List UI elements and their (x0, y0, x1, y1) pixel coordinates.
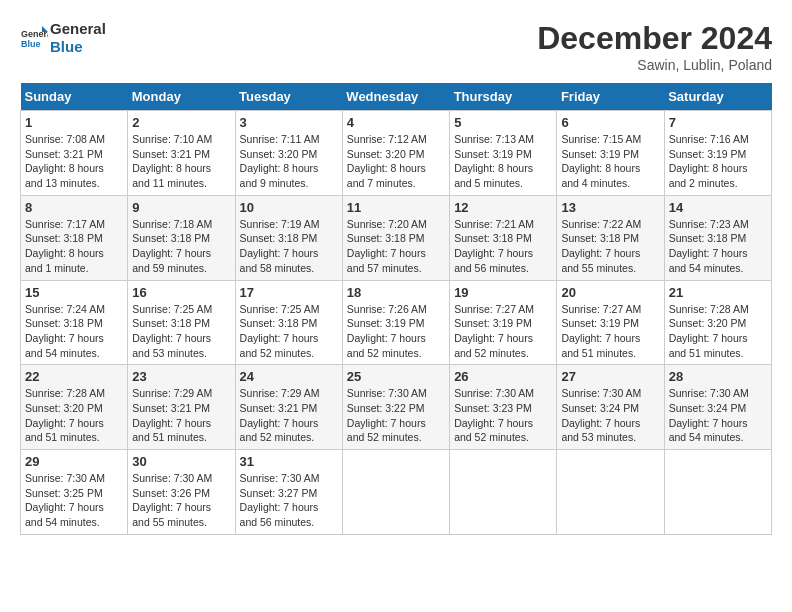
day-number: 28 (669, 369, 767, 384)
day-number: 13 (561, 200, 659, 215)
calendar-cell: 1 Sunrise: 7:08 AMSunset: 3:21 PMDayligh… (21, 111, 128, 196)
weekday-header: Monday (128, 83, 235, 111)
calendar-cell: 8 Sunrise: 7:17 AMSunset: 3:18 PMDayligh… (21, 195, 128, 280)
weekday-header: Thursday (450, 83, 557, 111)
day-number: 31 (240, 454, 338, 469)
calendar-cell: 18 Sunrise: 7:26 AMSunset: 3:19 PMDaylig… (342, 280, 449, 365)
day-number: 18 (347, 285, 445, 300)
day-info: Sunrise: 7:17 AMSunset: 3:18 PMDaylight:… (25, 217, 123, 276)
month-title: December 2024 (537, 20, 772, 57)
day-info: Sunrise: 7:30 AMSunset: 3:27 PMDaylight:… (240, 471, 338, 530)
calendar-cell: 17 Sunrise: 7:25 AMSunset: 3:18 PMDaylig… (235, 280, 342, 365)
title-block: December 2024 Sawin, Lublin, Poland (537, 20, 772, 73)
calendar-cell: 16 Sunrise: 7:25 AMSunset: 3:18 PMDaylig… (128, 280, 235, 365)
calendar-week-row: 8 Sunrise: 7:17 AMSunset: 3:18 PMDayligh… (21, 195, 772, 280)
day-info: Sunrise: 7:10 AMSunset: 3:21 PMDaylight:… (132, 132, 230, 191)
calendar-cell (664, 450, 771, 535)
day-number: 29 (25, 454, 123, 469)
day-info: Sunrise: 7:16 AMSunset: 3:19 PMDaylight:… (669, 132, 767, 191)
calendar-week-row: 15 Sunrise: 7:24 AMSunset: 3:18 PMDaylig… (21, 280, 772, 365)
day-number: 26 (454, 369, 552, 384)
weekday-header: Friday (557, 83, 664, 111)
day-number: 23 (132, 369, 230, 384)
day-number: 21 (669, 285, 767, 300)
day-number: 24 (240, 369, 338, 384)
day-info: Sunrise: 7:11 AMSunset: 3:20 PMDaylight:… (240, 132, 338, 191)
day-info: Sunrise: 7:18 AMSunset: 3:18 PMDaylight:… (132, 217, 230, 276)
logo-icon: General Blue (20, 24, 48, 52)
calendar-table: SundayMondayTuesdayWednesdayThursdayFrid… (20, 83, 772, 535)
day-number: 15 (25, 285, 123, 300)
weekday-header: Sunday (21, 83, 128, 111)
calendar-cell: 10 Sunrise: 7:19 AMSunset: 3:18 PMDaylig… (235, 195, 342, 280)
calendar-cell: 7 Sunrise: 7:16 AMSunset: 3:19 PMDayligh… (664, 111, 771, 196)
svg-text:Blue: Blue (21, 39, 41, 49)
day-info: Sunrise: 7:25 AMSunset: 3:18 PMDaylight:… (132, 302, 230, 361)
day-info: Sunrise: 7:20 AMSunset: 3:18 PMDaylight:… (347, 217, 445, 276)
day-number: 12 (454, 200, 552, 215)
weekday-header: Wednesday (342, 83, 449, 111)
calendar-cell: 25 Sunrise: 7:30 AMSunset: 3:22 PMDaylig… (342, 365, 449, 450)
day-number: 7 (669, 115, 767, 130)
calendar-cell: 28 Sunrise: 7:30 AMSunset: 3:24 PMDaylig… (664, 365, 771, 450)
day-number: 2 (132, 115, 230, 130)
day-info: Sunrise: 7:12 AMSunset: 3:20 PMDaylight:… (347, 132, 445, 191)
day-info: Sunrise: 7:30 AMSunset: 3:26 PMDaylight:… (132, 471, 230, 530)
calendar-cell: 12 Sunrise: 7:21 AMSunset: 3:18 PMDaylig… (450, 195, 557, 280)
day-info: Sunrise: 7:08 AMSunset: 3:21 PMDaylight:… (25, 132, 123, 191)
day-info: Sunrise: 7:22 AMSunset: 3:18 PMDaylight:… (561, 217, 659, 276)
calendar-week-row: 29 Sunrise: 7:30 AMSunset: 3:25 PMDaylig… (21, 450, 772, 535)
day-info: Sunrise: 7:24 AMSunset: 3:18 PMDaylight:… (25, 302, 123, 361)
calendar-cell: 29 Sunrise: 7:30 AMSunset: 3:25 PMDaylig… (21, 450, 128, 535)
day-info: Sunrise: 7:15 AMSunset: 3:19 PMDaylight:… (561, 132, 659, 191)
day-info: Sunrise: 7:19 AMSunset: 3:18 PMDaylight:… (240, 217, 338, 276)
calendar-cell: 27 Sunrise: 7:30 AMSunset: 3:24 PMDaylig… (557, 365, 664, 450)
day-number: 20 (561, 285, 659, 300)
day-number: 14 (669, 200, 767, 215)
day-number: 30 (132, 454, 230, 469)
day-info: Sunrise: 7:30 AMSunset: 3:23 PMDaylight:… (454, 386, 552, 445)
calendar-cell: 9 Sunrise: 7:18 AMSunset: 3:18 PMDayligh… (128, 195, 235, 280)
location: Sawin, Lublin, Poland (537, 57, 772, 73)
day-number: 19 (454, 285, 552, 300)
calendar-cell: 6 Sunrise: 7:15 AMSunset: 3:19 PMDayligh… (557, 111, 664, 196)
day-number: 27 (561, 369, 659, 384)
day-info: Sunrise: 7:30 AMSunset: 3:24 PMDaylight:… (669, 386, 767, 445)
weekday-header: Tuesday (235, 83, 342, 111)
calendar-cell: 31 Sunrise: 7:30 AMSunset: 3:27 PMDaylig… (235, 450, 342, 535)
calendar-cell: 13 Sunrise: 7:22 AMSunset: 3:18 PMDaylig… (557, 195, 664, 280)
page-header: General Blue General Blue December 2024 … (20, 20, 772, 73)
day-number: 22 (25, 369, 123, 384)
calendar-cell: 23 Sunrise: 7:29 AMSunset: 3:21 PMDaylig… (128, 365, 235, 450)
calendar-cell: 4 Sunrise: 7:12 AMSunset: 3:20 PMDayligh… (342, 111, 449, 196)
logo-line1: General (50, 20, 106, 38)
calendar-week-row: 1 Sunrise: 7:08 AMSunset: 3:21 PMDayligh… (21, 111, 772, 196)
day-info: Sunrise: 7:26 AMSunset: 3:19 PMDaylight:… (347, 302, 445, 361)
calendar-header-row: SundayMondayTuesdayWednesdayThursdayFrid… (21, 83, 772, 111)
day-info: Sunrise: 7:28 AMSunset: 3:20 PMDaylight:… (669, 302, 767, 361)
day-number: 10 (240, 200, 338, 215)
calendar-cell: 5 Sunrise: 7:13 AMSunset: 3:19 PMDayligh… (450, 111, 557, 196)
calendar-cell: 22 Sunrise: 7:28 AMSunset: 3:20 PMDaylig… (21, 365, 128, 450)
day-info: Sunrise: 7:23 AMSunset: 3:18 PMDaylight:… (669, 217, 767, 276)
day-number: 1 (25, 115, 123, 130)
calendar-cell: 2 Sunrise: 7:10 AMSunset: 3:21 PMDayligh… (128, 111, 235, 196)
day-info: Sunrise: 7:28 AMSunset: 3:20 PMDaylight:… (25, 386, 123, 445)
calendar-cell: 26 Sunrise: 7:30 AMSunset: 3:23 PMDaylig… (450, 365, 557, 450)
day-info: Sunrise: 7:30 AMSunset: 3:22 PMDaylight:… (347, 386, 445, 445)
calendar-cell (342, 450, 449, 535)
day-number: 4 (347, 115, 445, 130)
day-number: 8 (25, 200, 123, 215)
day-number: 25 (347, 369, 445, 384)
day-info: Sunrise: 7:30 AMSunset: 3:24 PMDaylight:… (561, 386, 659, 445)
day-info: Sunrise: 7:13 AMSunset: 3:19 PMDaylight:… (454, 132, 552, 191)
day-number: 6 (561, 115, 659, 130)
weekday-header: Saturday (664, 83, 771, 111)
day-info: Sunrise: 7:30 AMSunset: 3:25 PMDaylight:… (25, 471, 123, 530)
day-info: Sunrise: 7:27 AMSunset: 3:19 PMDaylight:… (561, 302, 659, 361)
calendar-cell: 30 Sunrise: 7:30 AMSunset: 3:26 PMDaylig… (128, 450, 235, 535)
calendar-cell: 21 Sunrise: 7:28 AMSunset: 3:20 PMDaylig… (664, 280, 771, 365)
day-number: 9 (132, 200, 230, 215)
day-info: Sunrise: 7:25 AMSunset: 3:18 PMDaylight:… (240, 302, 338, 361)
calendar-cell: 15 Sunrise: 7:24 AMSunset: 3:18 PMDaylig… (21, 280, 128, 365)
